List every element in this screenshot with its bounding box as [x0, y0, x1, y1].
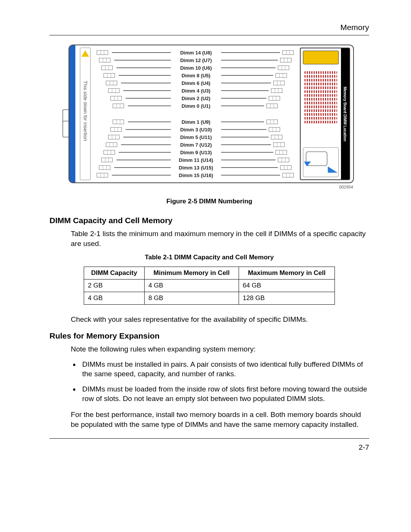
- table-header-cell: DIMM Capacity: [84, 267, 145, 280]
- dimm-chip-icon: [108, 135, 119, 139]
- dimm-slot-label: Dimm 3 (U10): [173, 127, 219, 133]
- dimm-slot-row: Dimm 12 (U7): [97, 57, 295, 64]
- dimm-slot-label: Dimm 4 (U3): [173, 88, 219, 94]
- dimm-chip-icon: [110, 127, 122, 132]
- dimm-slot-row: Dimm 5 (U11): [97, 134, 295, 141]
- table-row: 2 GB4 GB64 GB: [84, 280, 335, 292]
- dimm-chip-icon: [97, 50, 108, 55]
- table-cell: 4 GB: [84, 292, 145, 305]
- dimm-slot-label: Dimm 14 (U8): [173, 50, 219, 56]
- dimm-slot-row: Dimm 0 (U1): [97, 102, 295, 109]
- dimm-chip-icon: [101, 158, 113, 162]
- dimm-chip-icon: [99, 165, 110, 170]
- table-cell: 128 GB: [239, 292, 335, 305]
- dimm-chip-icon: [271, 135, 282, 139]
- table-cell: 64 GB: [239, 280, 335, 292]
- dimm-slot-label: Dimm 10 (U6): [173, 65, 219, 71]
- dimm-slot-label: Dimm 5 (U11): [173, 134, 219, 140]
- dimm-slot-row: Dimm 11 (U14): [97, 157, 295, 163]
- dimm-chip-icon: [99, 58, 110, 62]
- dimm-chip-icon: [278, 66, 289, 70]
- diagram-id-code: 002954: [68, 185, 353, 189]
- rules-closing: For the best performance, install two me…: [71, 410, 369, 429]
- dimm-chip-icon: [113, 120, 124, 124]
- dimm-slot-row: Dimm 2 (U2): [97, 95, 295, 102]
- legend-title: Memory Board DIMM Location: [343, 86, 347, 141]
- dimm-slot-label: Dimm 7 (U12): [173, 142, 219, 148]
- dimm-slot-label: Dimm 11 (U14): [173, 157, 219, 163]
- dimm-slot-label: Dimm 15 (U16): [173, 173, 219, 178]
- dimm-chip-icon: [276, 73, 287, 78]
- after-table-note: Check with your sales representative for…: [71, 315, 369, 324]
- table-header-cell: Minimum Memory in Cell: [144, 267, 239, 280]
- table-cell: 8 GB: [144, 292, 239, 305]
- dimm-slot-row: Dimm 9 (U13): [97, 149, 295, 156]
- location-legend-panel: Memory Board DIMM Location: [300, 48, 350, 180]
- dimm-chip-icon: [271, 88, 282, 93]
- section-heading-dimm-capacity: DIMM Capacity and Cell Memory: [49, 216, 369, 225]
- dimm-chip-icon: [282, 173, 294, 177]
- orientation-text: This side down for insertion: [83, 81, 88, 141]
- dimm-slot-label: Dimm 1 (U9): [173, 119, 219, 125]
- dimm-slot-row: Dimm 8 (U5): [97, 72, 295, 79]
- dimm-chip-icon: [273, 142, 285, 147]
- rules-intro: Note the following rules when expanding …: [71, 344, 369, 354]
- dimm-slot-row: Dimm 6 (U4): [97, 80, 295, 86]
- legend-warning-icon: [303, 51, 339, 64]
- dimm-chip-icon: [104, 73, 115, 78]
- dimm-chip-icon: [106, 81, 117, 85]
- dimm-chip-icon: [101, 66, 113, 70]
- warning-icon: [81, 50, 89, 57]
- dimm-slot-row: Dimm 14 (U8): [97, 49, 295, 56]
- dimm-slot-row: Dimm 10 (U6): [97, 64, 295, 71]
- dimm-chip-icon: [110, 96, 122, 101]
- dimm-diagram: This side down for insertion Dimm 14 (U8…: [68, 45, 354, 189]
- table-cell: 4 GB: [144, 280, 239, 292]
- dimm-slot-label: Dimm 6 (U4): [173, 80, 219, 86]
- dimm-chip-icon: [108, 88, 119, 93]
- dimm-slot-row: Dimm 3 (U10): [97, 126, 295, 133]
- dimm-chip-icon: [276, 150, 287, 155]
- dimm-chip-icon: [104, 150, 115, 155]
- dimm-slot-row: Dimm 13 (U15): [97, 164, 295, 171]
- dimm-chip-icon: [280, 58, 292, 62]
- section-paragraph: Table 2-1 lists the minimum and maximum …: [71, 229, 369, 248]
- dimm-slot-row: Dimm 1 (U9): [97, 118, 295, 125]
- dimm-slot-row: Dimm 4 (U3): [97, 87, 295, 94]
- dimm-slot-label: Dimm 9 (U13): [173, 150, 219, 155]
- footer-rule: [49, 438, 369, 439]
- figure-caption: Figure 2-5 DIMM Numbering: [49, 198, 369, 205]
- header-rule: [49, 35, 369, 35]
- dimm-slot-label: Dimm 12 (U7): [173, 58, 219, 63]
- rules-list: DIMMs must be installed in pairs. A pair…: [80, 359, 369, 404]
- list-item: DIMMs must be installed in pairs. A pair…: [80, 359, 369, 379]
- dimm-chip-icon: [282, 50, 294, 55]
- board-handle: [69, 45, 75, 182]
- list-item: DIMMs must be loaded from the inside row…: [80, 384, 369, 404]
- svg-rect-0: [306, 152, 327, 166]
- dimm-slot-label: Dimm 2 (U2): [173, 96, 219, 101]
- table-cell: 2 GB: [84, 280, 145, 292]
- table-caption: Table 2-1 DIMM Capacity and Cell Memory: [49, 254, 369, 261]
- dimm-capacity-table: DIMM CapacityMinimum Memory in CellMaxim…: [84, 267, 335, 305]
- dimm-slot-row: Dimm 15 (U16): [97, 172, 295, 179]
- table-header-cell: Maximum Memory in Cell: [239, 267, 335, 280]
- dimm-chip-icon: [97, 173, 108, 177]
- dimm-chip-icon: [269, 96, 280, 101]
- dimm-slot-label: Dimm 0 (U1): [173, 103, 219, 109]
- dimm-slot-row: Dimm 7 (U12): [97, 141, 295, 148]
- dimm-slot-label: Dimm 13 (U15): [173, 165, 219, 171]
- dimm-chip-icon: [106, 142, 117, 147]
- dimm-chip-icon: [113, 104, 124, 108]
- page-number: 2-7: [49, 443, 369, 452]
- dimm-chip-icon: [266, 120, 278, 124]
- dimm-chip-icon: [273, 81, 285, 85]
- dimm-chip-icon: [280, 165, 292, 170]
- orientation-label-strip: This side down for insertion: [80, 48, 91, 180]
- dimm-chip-icon: [269, 127, 280, 132]
- dimm-chip-icon: [278, 158, 289, 162]
- page-header-title: Memory: [49, 23, 369, 32]
- dimm-chip-icon: [266, 104, 278, 108]
- dimm-slot-label: Dimm 8 (U5): [173, 73, 219, 78]
- table-row: 4 GB8 GB128 GB: [84, 292, 335, 305]
